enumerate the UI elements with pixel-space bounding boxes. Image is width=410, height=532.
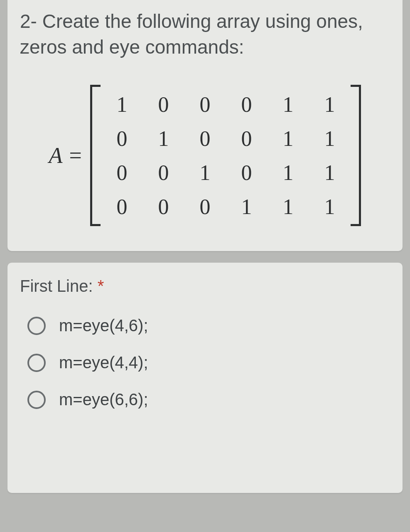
answer-label: First Line: * xyxy=(20,277,390,296)
matrix-cell: 0 xyxy=(142,155,184,190)
radio-option[interactable]: m=eye(6,6); xyxy=(27,390,390,409)
matrix-cell: 0 xyxy=(184,190,226,224)
matrix-cell: 0 xyxy=(184,121,226,155)
matrix-cell: 0 xyxy=(226,155,267,190)
matrix-cell: 0 xyxy=(142,87,184,121)
matrix-row: 0 0 0 1 1 1 xyxy=(101,190,350,224)
matrix-cell: 0 xyxy=(226,87,267,121)
radio-option[interactable]: m=eye(4,4); xyxy=(27,353,390,372)
matrix-cell: 1 xyxy=(309,121,350,155)
bracket-right-icon xyxy=(351,85,361,226)
bracket-left-icon xyxy=(90,85,101,226)
matrix-cell: 1 xyxy=(267,121,309,155)
matrix-body: 1 0 0 0 1 1 0 1 0 0 1 1 0 0 xyxy=(90,85,361,226)
option-text: m=eye(6,6); xyxy=(59,390,148,409)
matrix-cell: 0 xyxy=(101,121,142,155)
question-card: 2- Create the following array using ones… xyxy=(7,0,403,251)
radio-icon[interactable] xyxy=(27,317,46,335)
matrix-cell: 1 xyxy=(101,87,142,121)
matrix-row: 1 0 0 0 1 1 xyxy=(101,87,350,121)
matrix-label: A = xyxy=(49,143,83,168)
matrix-cell: 1 xyxy=(309,155,350,190)
matrix-table: 1 0 0 0 1 1 0 1 0 0 1 1 0 0 xyxy=(101,87,350,224)
answer-label-text: First Line: xyxy=(20,277,93,295)
matrix-cell: 1 xyxy=(309,190,350,224)
matrix-cell: 0 xyxy=(142,190,184,224)
radio-icon[interactable] xyxy=(27,391,46,409)
radio-option[interactable]: m=eye(4,6); xyxy=(27,316,390,335)
matrix-cell: 0 xyxy=(226,121,267,155)
matrix-cell: 0 xyxy=(101,190,142,224)
matrix-row: 0 1 0 0 1 1 xyxy=(101,121,350,155)
matrix-cell: 1 xyxy=(142,121,184,155)
required-mark: * xyxy=(98,277,104,295)
matrix-cell: 0 xyxy=(101,155,142,190)
option-text: m=eye(4,6); xyxy=(59,316,148,335)
radio-icon[interactable] xyxy=(27,354,46,372)
matrix-equation: A = 1 0 0 0 1 1 0 1 0 0 1 1 xyxy=(20,85,390,226)
answer-card: First Line: * m=eye(4,6); m=eye(4,4); m=… xyxy=(7,263,403,493)
question-prompt: 2- Create the following array using ones… xyxy=(20,8,390,60)
matrix-cell: 1 xyxy=(267,190,309,224)
matrix-cell: 1 xyxy=(226,190,267,224)
matrix-cell: 1 xyxy=(184,155,226,190)
matrix-row: 0 0 1 0 1 1 xyxy=(101,155,350,190)
matrix-cell: 1 xyxy=(267,87,309,121)
matrix-cell: 1 xyxy=(267,155,309,190)
option-text: m=eye(4,4); xyxy=(59,353,148,372)
matrix-cell: 0 xyxy=(184,87,226,121)
matrix-cell: 1 xyxy=(309,87,350,121)
